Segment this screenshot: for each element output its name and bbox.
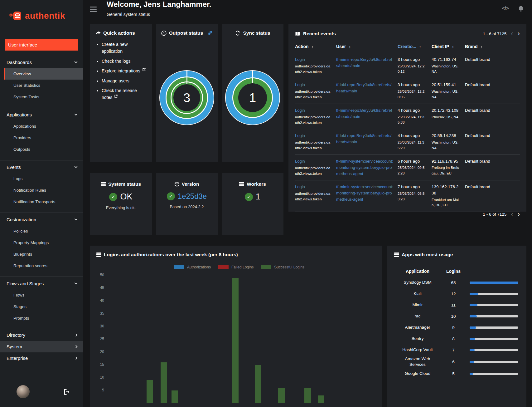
event-user-link[interactable]: tf-mimir-repo:BeryJu/k8s:ref:refs/heads/… <box>336 108 392 119</box>
sidebar-item-user-statistics[interactable]: User Statistics <box>0 80 83 91</box>
sidebar-section-customization[interactable]: Customization <box>0 213 83 225</box>
sidebar-item-property-mappings[interactable]: Property Mappings <box>0 237 83 248</box>
event-user-link[interactable]: tf-mimir-system:serviceaccount:monitorin… <box>336 184 393 202</box>
item-label: Notification Transports <box>13 199 55 204</box>
user-avatar[interactable] <box>17 385 30 398</box>
sync-status-donut: 1 <box>226 71 279 125</box>
chart-bar <box>232 278 239 403</box>
usage-row: Mimir11 <box>394 299 519 311</box>
card-title-label: System status <box>108 181 141 187</box>
sidebar-item-system-tasks[interactable]: System Tasks <box>0 91 83 103</box>
event-time-relative: 7 hours ago <box>398 184 427 190</box>
quick-actions-card: Quick actions Create a new application C… <box>90 24 152 162</box>
event-user-link[interactable]: tf-loki-repo:BeryJu/k8s:ref:refs/heads/m… <box>336 133 391 144</box>
y-axis-tick: 10 <box>96 375 104 380</box>
item-label: Providers <box>13 135 31 140</box>
outpost-status-card: Outpost status 3 <box>156 24 218 162</box>
check-circle-icon: ✓ <box>167 192 175 200</box>
sidebar-item-blueprints[interactable]: Blueprints <box>0 248 83 260</box>
event-user-link[interactable]: tf-mimir-system:serviceaccount:monitorin… <box>336 159 393 176</box>
workers-card: Workers ✓ 1 <box>222 173 283 235</box>
sidebar-item-notification-transports[interactable]: Notification Transports <box>0 196 83 208</box>
logout-icon[interactable] <box>64 389 70 395</box>
create-application-link[interactable]: Create a new application <box>102 42 128 54</box>
column-header-brand[interactable]: Brand↕ <box>465 44 491 49</box>
link-icon[interactable] <box>207 31 212 36</box>
y-axis-tick: 5 <box>96 388 104 392</box>
link-label: Check the release notes <box>102 88 137 100</box>
event-brand: Default brand <box>465 107 491 125</box>
event-user-link[interactable]: tf-mimir-repo:BeryJu/k8s:ref:refs/heads/… <box>336 57 392 68</box>
event-client-ip: 20.172.43.108 <box>432 107 461 114</box>
event-action-link[interactable]: Login <box>295 57 305 62</box>
version-link[interactable]: 1e25d3e <box>178 192 207 201</box>
pagination-next-icon[interactable]: › <box>518 32 520 36</box>
sidebar-item-applications[interactable]: Applications <box>0 120 83 132</box>
api-code-icon[interactable]: </> <box>502 5 509 12</box>
item-label: System <box>7 344 22 349</box>
sort-icon: ↕ <box>452 44 454 49</box>
chart-bar <box>318 395 324 403</box>
event-action-link[interactable]: Login <box>295 184 305 189</box>
apps-usage-card: Apps with most usage Application Logins … <box>387 246 526 407</box>
check-logs-link[interactable]: Check the logs <box>102 59 131 64</box>
pagination-next-icon[interactable]: › <box>518 213 520 216</box>
item-label: Notification Rules <box>13 188 46 193</box>
pagination-prev-icon[interactable]: ‹ <box>511 32 513 36</box>
chart-bar <box>278 388 285 403</box>
sidebar-item-notification-rules[interactable]: Notification Rules <box>0 184 83 196</box>
sidebar-item-providers[interactable]: Providers <box>0 132 83 144</box>
sidebar-item-prompts[interactable]: Prompts <box>0 312 83 324</box>
sidebar-item-directory[interactable]: Directory <box>0 329 83 341</box>
legend-swatch-failed-logins <box>218 265 229 269</box>
event-row: Loginauthentik.providers.oauth2.views.to… <box>295 155 520 181</box>
sidebar-item-stages[interactable]: Stages <box>0 301 83 312</box>
hamburger-menu-icon[interactable] <box>90 7 97 12</box>
y-axis-tick: 30 <box>96 324 104 328</box>
sidebar-section-flows-and-stages[interactable]: Flows and Stages <box>0 277 83 289</box>
sidebar-item-outposts[interactable]: Outposts <box>0 144 83 155</box>
sidebar-item-system[interactable]: System <box>0 341 83 352</box>
event-action-link[interactable]: Login <box>295 108 305 113</box>
event-location: Washington, US, NA <box>432 89 461 100</box>
event-action-link[interactable]: Login <box>295 133 305 138</box>
sidebar-item-flows[interactable]: Flows <box>0 289 83 301</box>
event-action-link[interactable]: Login <box>295 159 305 164</box>
server-icon <box>239 182 244 186</box>
y-axis-tick: 45 <box>96 286 104 290</box>
chevron-down-icon <box>75 60 78 63</box>
event-user-link[interactable]: tf-loki-repo:BeryJu/k8s:ref:refs/heads/m… <box>336 82 391 93</box>
notifications-bell-icon[interactable] <box>518 5 524 12</box>
item-label: Prompts <box>13 316 29 321</box>
column-header-user[interactable]: User↕ <box>336 44 393 49</box>
sort-icon: ↕ <box>312 44 314 49</box>
usage-bar <box>470 349 518 351</box>
item-label: Stages <box>13 304 27 309</box>
sidebar-section-events[interactable]: Events <box>0 161 83 173</box>
event-brand: Default brand <box>465 158 491 177</box>
release-notes-link[interactable]: Check the release notes <box>102 88 137 100</box>
sidebar-item-overview[interactable]: Overview <box>4 68 83 80</box>
usage-bar <box>470 361 518 363</box>
usage-row: Alertmanager9 <box>394 322 519 333</box>
column-header-action[interactable]: Action↕ <box>295 44 332 49</box>
logo-wordmark: authentik <box>25 11 65 21</box>
sidebar-item-policies[interactable]: Policies <box>0 225 83 237</box>
sidebar-item-logs[interactable]: Logs <box>0 173 83 184</box>
chart-bar <box>304 388 311 403</box>
list-item: Check the logs <box>102 58 146 65</box>
link-label: Create a new application <box>102 42 128 54</box>
pagination-prev-icon[interactable]: ‹ <box>511 213 513 216</box>
sidebar-section-applications[interactable]: Applications <box>0 109 83 120</box>
user-interface-button[interactable]: User interface <box>5 39 78 51</box>
explore-integrations-link[interactable]: Explore integrations <box>102 68 146 73</box>
page-subtitle: General system status <box>107 12 211 17</box>
event-time-relative: 6 hours ago <box>398 158 427 164</box>
column-header-client-ip[interactable]: Client IP↕ <box>432 44 461 49</box>
sidebar-item-reputation-scores[interactable]: Reputation scores <box>0 260 83 272</box>
sidebar-item-enterprise[interactable]: Enterprise <box>0 352 83 364</box>
column-header-creation[interactable]: Creatio...↑ <box>398 44 427 49</box>
manage-users-link[interactable]: Manage users <box>102 78 129 83</box>
sidebar-section-dashboards[interactable]: Dashboards <box>0 56 83 68</box>
event-action-link[interactable]: Login <box>295 82 305 87</box>
